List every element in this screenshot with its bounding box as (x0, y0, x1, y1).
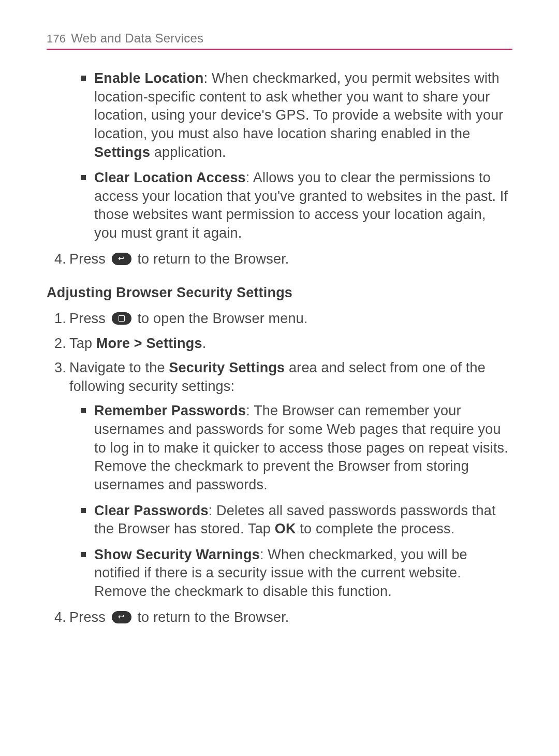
inline-bold: Settings (94, 144, 150, 160)
bullet-text-after: application. (150, 144, 226, 160)
page-content: Enable Location: When checkmarked, you p… (47, 69, 512, 627)
bullet-title: Enable Location (94, 70, 204, 86)
text-before: Tap (69, 336, 96, 351)
document-page: 176 Web and Data Services Enable Locatio… (0, 0, 559, 653)
subsection-heading: Adjusting Browser Security Settings (47, 284, 512, 302)
bullet-clear-passwords: Clear Passwords: Deletes all saved passw… (81, 502, 512, 539)
page-header: 176 Web and Data Services (47, 31, 512, 50)
bullet-title: Clear Location Access (94, 170, 246, 185)
step-text: Press to open the Browser menu. (69, 310, 512, 328)
text-after: to return to the Browser. (134, 609, 289, 625)
menu-icon (112, 312, 131, 325)
step-4-bottom: 4. Press to return to the Browser. (52, 608, 512, 627)
security-bullet-list: Remember Passwords: The Browser can reme… (81, 402, 512, 601)
step-number: 4. (52, 608, 69, 627)
bullet-enable-location: Enable Location: When checkmarked, you p… (81, 69, 512, 162)
text-after: . (202, 336, 207, 351)
step-text: Press to return to the Browser. (69, 608, 512, 627)
text-before: Press (69, 311, 110, 326)
privacy-bullet-list: Enable Location: When checkmarked, you p… (81, 69, 512, 243)
text-after: to open the Browser menu. (134, 311, 308, 326)
bullet-show-warnings: Show Security Warnings: When checkmarked… (81, 546, 512, 601)
text-before: Press (69, 609, 110, 625)
text-before: Navigate to the (69, 360, 169, 375)
step-text: Tap More > Settings. (69, 335, 512, 353)
step-1: 1. Press to open the Browser menu. (52, 310, 512, 328)
bold-text: More > Settings (96, 336, 202, 351)
back-icon (112, 253, 131, 265)
step-2: 2. Tap More > Settings. (52, 335, 512, 353)
inline-bold: OK (275, 521, 296, 536)
bullet-title: Show Security Warnings (94, 547, 260, 562)
page-number: 176 (47, 32, 66, 46)
bullet-body-after: to complete the process. (296, 521, 455, 536)
bullet-title: Remember Passwords (94, 403, 246, 418)
text-after: to return to the Browser. (134, 251, 289, 267)
bullet-title: Clear Passwords (94, 503, 209, 518)
step-number: 2. (52, 335, 69, 353)
step-number: 4. (52, 250, 69, 269)
step-number: 3. (52, 359, 69, 377)
back-icon (112, 611, 131, 623)
step-text: Press to return to the Browser. (69, 250, 512, 269)
step-3: 3. Navigate to the Security Settings are… (52, 359, 512, 396)
step-text: Navigate to the Security Settings area a… (69, 359, 512, 396)
step-number: 1. (52, 310, 69, 328)
bullet-clear-location: Clear Location Access: Allows you to cle… (81, 169, 512, 243)
step-4-top: 4. Press to return to the Browser. (52, 250, 512, 269)
bullet-remember-passwords: Remember Passwords: The Browser can reme… (81, 402, 512, 494)
section-title: Web and Data Services (71, 31, 203, 46)
bold-text: Security Settings (169, 360, 285, 375)
text-before: Press (69, 251, 110, 267)
